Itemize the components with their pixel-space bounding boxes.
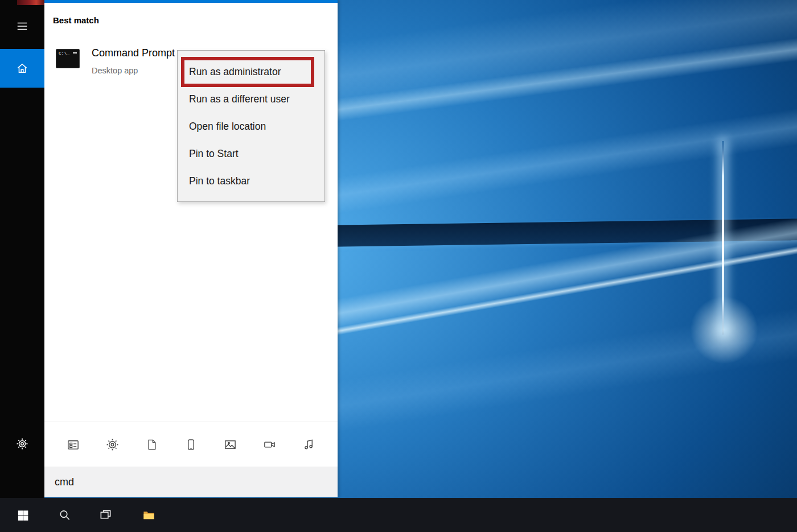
filter-documents-button[interactable] — [139, 432, 164, 457]
best-match-header: Best match — [53, 15, 99, 25]
accent-strip — [44, 0, 338, 3]
documents-icon — [145, 438, 158, 451]
wallpaper-glow — [690, 296, 758, 364]
search-box[interactable] — [44, 467, 338, 497]
menu-item-run-as-different-user[interactable]: Run as a different user — [178, 85, 324, 113]
hamburger-icon — [16, 20, 28, 32]
taskbar-search-button[interactable] — [51, 498, 78, 532]
home-button[interactable] — [0, 49, 44, 88]
context-menu: Run as administrator Run as a different … — [177, 50, 325, 202]
file-explorer-button[interactable] — [135, 498, 162, 532]
windows-desktop-screen: Best match C:\_ Command Prompt Desktop a… — [0, 0, 797, 532]
start-button[interactable] — [9, 498, 36, 532]
filter-folders-button[interactable] — [178, 432, 203, 457]
folders-icon — [184, 438, 198, 451]
task-view-icon — [99, 509, 112, 522]
settings-button[interactable] — [0, 428, 44, 460]
search-input[interactable] — [55, 467, 328, 497]
result-title: Command Prompt — [92, 47, 175, 59]
filter-photos-button[interactable] — [218, 432, 243, 457]
file-explorer-icon — [142, 509, 155, 522]
start-sidebar — [0, 0, 44, 498]
photos-icon — [224, 438, 237, 451]
filter-music-button[interactable] — [297, 432, 322, 457]
menu-item-run-as-administrator[interactable]: Run as administrator — [178, 58, 324, 85]
apps-icon — [67, 438, 80, 451]
menu-button[interactable] — [0, 11, 44, 41]
filter-videos-button[interactable] — [257, 432, 282, 457]
settings-icon — [106, 438, 119, 451]
background-window-fragment — [17, 0, 44, 5]
videos-icon — [263, 438, 276, 451]
filter-settings-button[interactable] — [100, 432, 125, 457]
search-icon — [58, 509, 71, 522]
command-prompt-icon: C:\_ — [56, 49, 80, 68]
home-icon — [16, 62, 28, 75]
music-icon — [302, 438, 315, 451]
wallpaper-window-edge — [722, 141, 724, 335]
menu-item-pin-to-start[interactable]: Pin to Start — [178, 140, 324, 167]
gear-icon — [16, 438, 28, 450]
filter-apps-button[interactable] — [60, 432, 85, 457]
search-filter-row — [44, 422, 338, 467]
start-icon — [17, 509, 30, 522]
result-subtitle: Desktop app — [92, 66, 138, 75]
menu-item-open-file-location[interactable]: Open file location — [178, 113, 324, 140]
menu-item-pin-to-taskbar[interactable]: Pin to taskbar — [178, 167, 324, 195]
taskbar — [0, 498, 797, 532]
task-view-button[interactable] — [92, 498, 119, 532]
